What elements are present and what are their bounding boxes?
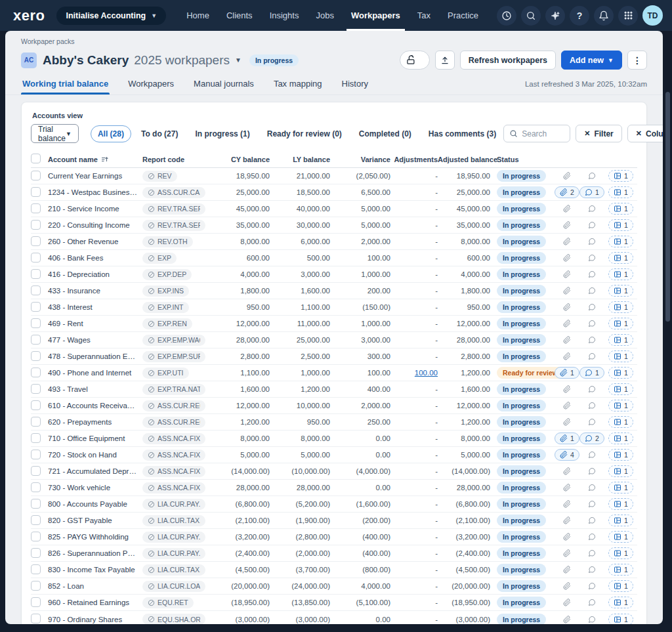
attachments-button[interactable] xyxy=(563,221,571,229)
account-name[interactable]: 960 - Retained Earnings xyxy=(48,599,142,606)
view-select[interactable]: Trial balance ▼ xyxy=(31,124,79,143)
attachments-button[interactable] xyxy=(563,385,571,393)
attachments-button[interactable] xyxy=(563,616,571,623)
comments-button[interactable] xyxy=(588,484,596,492)
account-name[interactable]: 433 - Insurance xyxy=(48,287,142,295)
table-row[interactable]: 433 - Insurance EXP.INS 1,800.00 1,600.0… xyxy=(31,283,637,299)
account-name[interactable]: 477 - Wages xyxy=(48,336,142,344)
row-checkbox[interactable] xyxy=(31,515,41,525)
row-checkbox[interactable] xyxy=(31,351,41,361)
attachments-button[interactable] xyxy=(563,582,571,590)
report-code-badge[interactable]: LIA.CUR.PAY.PAY xyxy=(142,532,205,543)
comments-button[interactable] xyxy=(588,205,596,213)
attachments-button[interactable] xyxy=(563,303,571,311)
refresh-workpapers-button[interactable]: Refresh workpapers xyxy=(460,51,556,70)
comments-button[interactable] xyxy=(588,451,596,459)
adjustment-link[interactable]: 100.00 xyxy=(415,369,438,377)
table-row[interactable]: 970 - Ordinary Shares EQU.SHA.ORD (3,000… xyxy=(31,611,637,624)
row-checkbox[interactable] xyxy=(31,499,41,509)
comments-button[interactable] xyxy=(588,616,596,623)
row-checkbox[interactable] xyxy=(31,220,41,230)
nav-item-practice[interactable]: Practice xyxy=(439,0,487,31)
workpapers-count-pill[interactable]: 1 xyxy=(608,432,633,444)
attachments-button[interactable] xyxy=(563,549,571,557)
comments-count-pill[interactable]: 2 xyxy=(579,432,604,444)
tab-tax-mapping[interactable]: Tax mapping xyxy=(272,76,324,95)
select-all-checkbox[interactable] xyxy=(31,154,41,163)
report-code-badge[interactable]: EXP.INT xyxy=(142,302,189,313)
account-name[interactable]: 800 - Accounts Payable xyxy=(48,500,142,508)
report-code-badge[interactable]: LIA.CUR.TAX.INC xyxy=(142,564,205,576)
account-name[interactable]: 970 - Ordinary Shares xyxy=(48,616,142,623)
workpapers-count-pill[interactable]: 1 xyxy=(608,301,633,313)
report-code-badge[interactable]: ASS.NCA.FIX.VEH xyxy=(142,482,205,494)
comments-button[interactable] xyxy=(588,566,596,574)
comments-button[interactable] xyxy=(588,418,596,426)
report-code-badge[interactable]: REV.TRA.SER xyxy=(142,220,205,231)
table-row[interactable]: 610 - Accounts Receivable ASS.CUR.REC.TR… xyxy=(31,398,637,414)
comments-button[interactable] xyxy=(588,467,596,475)
filter-pill-to-do[interactable]: To do (27) xyxy=(134,125,185,142)
workpapers-count-pill[interactable]: 1 xyxy=(608,318,633,329)
table-row[interactable]: 416 - Depreciation EXP.DEP 4,000.00 3,00… xyxy=(31,266,637,283)
table-row[interactable]: 830 - Income Tax Payable LIA.CUR.TAX.INC… xyxy=(31,562,637,578)
workpapers-count-pill[interactable]: 1 xyxy=(608,482,633,494)
filter-pill-has-comments[interactable]: Has comments (3) xyxy=(421,125,503,142)
workpapers-count-pill[interactable]: 1 xyxy=(608,383,633,395)
table-row[interactable]: 1234 - Westpac Business Account ASS.CUR.… xyxy=(31,184,637,201)
chevron-down-icon[interactable]: ▼ xyxy=(235,56,242,64)
row-checkbox[interactable] xyxy=(31,269,41,279)
account-name[interactable]: 1234 - Westpac Business Account xyxy=(48,188,142,196)
table-row[interactable]: 825 - PAYG Withholding LIA.CUR.PAY.PAY (… xyxy=(31,529,637,545)
filter-pill-in-progress[interactable]: In progress (1) xyxy=(188,125,257,142)
table-row[interactable]: 438 - Interest EXP.INT 950.00 1,100.00 (… xyxy=(31,299,637,316)
report-code-badge[interactable]: LIA.CUR.TAX.GST xyxy=(142,515,205,526)
ai-sparkle-icon[interactable] xyxy=(545,6,565,26)
comments-button[interactable] xyxy=(588,582,596,590)
table-row[interactable]: 469 - Rent EXP.REN 12,000.00 11,000.00 1… xyxy=(31,316,637,332)
attachments-button[interactable] xyxy=(563,418,571,426)
table-row[interactable]: 820 - GST Payable LIA.CUR.TAX.GST (2,100… xyxy=(31,513,637,529)
workpapers-count-pill[interactable]: 1 xyxy=(608,449,633,461)
account-name[interactable]: 493 - Travel xyxy=(48,385,142,393)
workpapers-count-pill[interactable]: 1 xyxy=(608,515,633,526)
attachments-button[interactable] xyxy=(563,484,571,492)
comments-button[interactable] xyxy=(588,221,596,229)
table-row[interactable]: 220 - Consulting Income REV.TRA.SER 35,0… xyxy=(31,217,637,234)
comments-button[interactable] xyxy=(588,385,596,393)
account-name[interactable]: 820 - GST Payable xyxy=(48,516,142,524)
comments-button[interactable] xyxy=(588,336,596,344)
account-name[interactable]: 610 - Accounts Receivable xyxy=(48,402,142,410)
workpapers-count-pill[interactable]: 1 xyxy=(608,614,633,625)
attachments-button[interactable] xyxy=(563,238,571,245)
workpapers-count-pill[interactable]: 1 xyxy=(608,252,633,264)
tab-history[interactable]: History xyxy=(341,76,369,95)
account-name[interactable]: 416 - Depreciation xyxy=(48,270,142,278)
table-row[interactable]: 960 - Retained Earnings EQU.RET (18,950.… xyxy=(31,595,637,611)
report-code-badge[interactable]: REV.TRA.SER xyxy=(142,203,205,215)
account-name[interactable]: 220 - Consulting Income xyxy=(48,221,142,229)
attachments-button[interactable] xyxy=(563,533,571,541)
report-code-badge[interactable]: REV xyxy=(142,171,177,182)
comments-button[interactable] xyxy=(588,599,596,606)
workpapers-count-pill[interactable]: 1 xyxy=(608,498,633,510)
attachments-button[interactable] xyxy=(563,172,571,180)
table-row[interactable]: 210 - Service Income REV.TRA.SER 45,000.… xyxy=(31,201,637,217)
account-name[interactable]: 825 - PAYG Withholding xyxy=(48,533,142,541)
table-row[interactable]: 852 - Loan LIA.CUR.LOA.SEC (20,000.00) (… xyxy=(31,578,637,595)
comments-button[interactable] xyxy=(588,516,596,524)
report-code-badge[interactable]: EXP.EMP.WAG xyxy=(142,335,205,346)
attachments-button[interactable] xyxy=(563,566,571,574)
more-options-button[interactable]: ⋮ xyxy=(627,51,647,70)
account-name[interactable]: 478 - Superannuation Expense xyxy=(48,352,142,360)
account-name[interactable]: 721 - Accumulated Depreciation xyxy=(48,467,142,475)
row-checkbox[interactable] xyxy=(31,417,41,427)
account-name[interactable]: 260 - Other Revenue xyxy=(48,238,142,245)
filter-pill-ready-for-review[interactable]: Ready for review (0) xyxy=(260,125,349,142)
comments-button[interactable] xyxy=(588,254,596,262)
table-row[interactable]: 800 - Accounts Payable LIA.CUR.PAY.TRA (… xyxy=(31,496,637,513)
row-checkbox[interactable] xyxy=(31,581,41,591)
nav-item-workpapers[interactable]: Workpapers xyxy=(343,0,409,31)
report-code-badge[interactable]: REV.OTH xyxy=(142,236,193,247)
attachments-button[interactable] xyxy=(563,500,571,508)
